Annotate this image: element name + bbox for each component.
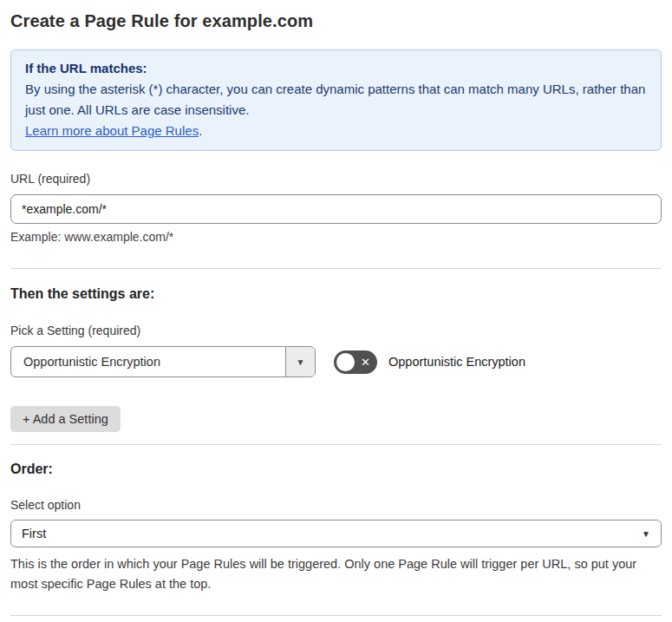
divider <box>10 268 662 269</box>
callout-heading: If the URL matches: <box>25 58 647 79</box>
callout-body: By using the asterisk (*) character, you… <box>25 79 647 121</box>
chevron-down-icon: ▼ <box>642 529 650 539</box>
order-help-text: This is the order in which your Page Rul… <box>10 554 662 594</box>
learn-more-link[interactable]: Learn more about Page Rules <box>25 123 199 138</box>
setting-row: Opportunistic Encryption ▼ ✕ Opportunist… <box>10 346 662 377</box>
url-example-text: Example: www.example.com/* <box>10 230 662 245</box>
page-rule-form: Create a Page Rule for example.com If th… <box>0 10 672 622</box>
toggle-off-x-icon: ✕ <box>361 350 370 374</box>
link-suffix: . <box>199 123 202 138</box>
order-select-label: Select option <box>10 498 662 513</box>
page-title: Create a Page Rule for example.com <box>10 10 662 31</box>
settings-section-heading: Then the settings are: <box>10 285 662 302</box>
callout-link-line: Learn more about Page Rules. <box>25 121 647 141</box>
setting-picker-caret-button[interactable]: ▼ <box>285 347 315 376</box>
chevron-down-icon: ▼ <box>297 357 305 367</box>
toggle-group: ✕ Opportunistic Encryption <box>334 350 525 374</box>
divider <box>10 444 662 445</box>
pick-setting-label: Pick a Setting (required) <box>10 324 662 338</box>
divider <box>10 615 662 616</box>
setting-picker-dropdown[interactable]: Opportunistic Encryption ▼ <box>10 346 316 377</box>
add-setting-button[interactable]: + Add a Setting <box>10 406 121 432</box>
order-select[interactable]: First ▼ <box>10 520 662 547</box>
order-select-value: First <box>22 527 642 540</box>
setting-picker-value: Opportunistic Encryption <box>11 347 285 376</box>
toggle-knob <box>336 353 355 371</box>
toggle-label: Opportunistic Encryption <box>388 355 525 369</box>
url-matches-callout: If the URL matches: By using the asteris… <box>10 49 662 151</box>
opportunistic-encryption-toggle[interactable]: ✕ <box>334 350 377 374</box>
order-section-heading: Order: <box>10 461 662 477</box>
url-field-label: URL (required) <box>10 172 662 187</box>
url-input[interactable] <box>10 194 662 224</box>
